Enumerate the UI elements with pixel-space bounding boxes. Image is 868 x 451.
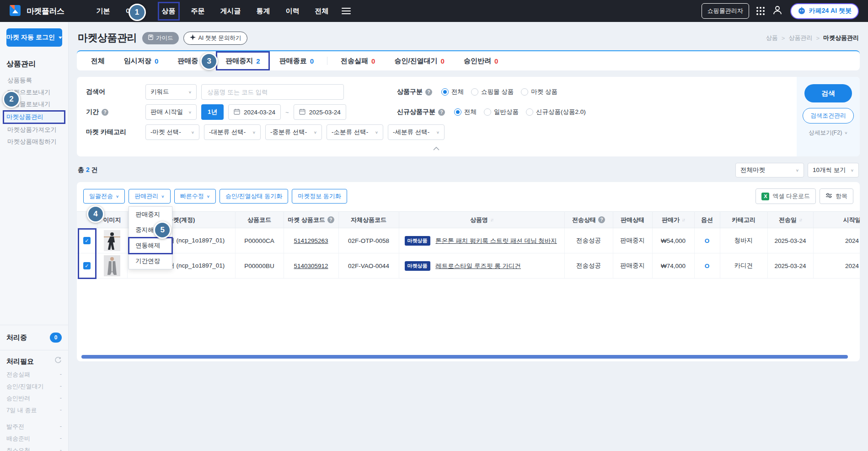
nav-item-history[interactable]: 이력 [281,1,304,21]
tab-approve-wait[interactable]: 승인/진열대기0 [385,51,454,70]
todo-item-cancel-request[interactable]: 취소요청- [6,445,62,451]
sidebar-item-product-register[interactable]: 상품등록 [6,75,62,86]
product-image[interactable] [104,255,120,276]
row-checkbox-checked[interactable]: ✓ [83,237,91,244]
new-product-all-radio[interactable]: 전체 [454,108,477,116]
excel-download-button[interactable]: X 엑셀 다운로드 [755,188,816,204]
product-type-market-radio[interactable]: 마켓 상품 [521,88,557,96]
nav-item-board[interactable]: 게시글 [216,1,246,21]
sidebar-item-market-product-manage[interactable]: 마켓상품관리 [4,111,64,123]
col-product-name[interactable]: 상품명↓↑ [399,212,564,228]
tab-all[interactable]: 전체 [81,51,114,70]
category-large-select[interactable]: -대분류 선택-∨ [204,124,261,140]
market-code-link[interactable]: 5140305912 [294,263,328,269]
col-category[interactable]: 카테고리 [720,212,767,228]
detail-view-link[interactable]: 상세보기(F2) ∨ [809,129,847,137]
option-link[interactable]: O [705,237,710,244]
todo-item-send-fail[interactable]: 전송실패- [6,369,62,381]
sidebar-item-market-product-import[interactable]: 마켓상품가져오기 [6,124,62,136]
row-checkbox-checked[interactable]: ✓ [83,262,91,269]
cafe24-ai-chatbot-button[interactable]: 카페24 AI 챗봇 [790,3,859,19]
nav-item-event[interactable]: 이벤트 1 [121,1,151,21]
filter-collapse-button[interactable] [433,145,439,152]
dropdown-item-unlink[interactable]: 연동해제 [129,238,172,253]
sort-icon[interactable]: ↓↑ [682,217,685,222]
new-product-v2-radio[interactable]: 신규상품(상품2.0) [526,108,586,116]
sort-icon[interactable]: ↓↑ [799,217,802,222]
nav-item-all[interactable]: 전체 [311,1,333,21]
col-market-product-code[interactable]: 마켓 상품코드? [284,212,338,228]
todo-item-approve-reject[interactable]: 승인반려- [6,392,62,404]
tab-on-sale[interactable]: 판매중 3 [168,51,208,70]
mall-admin-button[interactable]: 쇼핑몰관리자 [702,3,749,19]
sort-icon[interactable]: ↓↑ [490,217,493,222]
category-market-select[interactable]: -마켓 선택-∨ [145,124,199,140]
period-type-select[interactable]: 판매 시작일∨ [145,104,197,120]
breadcrumb-product[interactable]: 상품 [766,34,778,42]
todo-item-before-order[interactable]: 발주전- [6,421,62,433]
horizontal-scrollbar[interactable] [81,355,848,359]
date-from-input[interactable]: 2024-03-24 [228,104,281,120]
help-icon[interactable]: ? [425,89,432,96]
todo-item-approve-wait[interactable]: 승인/진열대기- [6,381,62,392]
help-icon[interactable]: ? [438,109,445,116]
keyword-type-select[interactable]: 키워드∨ [145,84,197,100]
guide-button[interactable]: 가이드 [142,32,179,44]
product-type-mall-radio[interactable]: 쇼핑몰 상품 [471,88,514,96]
col-product-code[interactable]: 상품코드 [235,212,284,228]
tab-approve-reject[interactable]: 승인반려0 [454,51,508,70]
keyword-input[interactable] [201,84,344,100]
col-sale-status[interactable]: 판매상태 [613,212,652,228]
dropdown-item-sale-stop[interactable]: 판매중지 [129,207,172,222]
approval-sync-button[interactable]: 승인/진열상태 동기화 [220,189,288,204]
brand[interactable]: 마켓플러스 [9,4,64,18]
product-type-all-radio[interactable]: 전체 [441,88,464,96]
columns-button[interactable]: 항목 [820,188,853,204]
new-product-normal-radio[interactable]: 일반상품 [484,108,519,116]
col-start-date[interactable]: 시작일 [813,212,860,228]
market-info-sync-button[interactable]: 마켓정보 동기화 [292,189,347,204]
nav-item-product[interactable]: 상품 [157,1,180,21]
tab-sale-stopped[interactable]: 판매중지2 [216,51,269,70]
help-icon[interactable]: ? [327,216,334,223]
market-code-link[interactable]: 5141295263 [294,237,328,244]
col-send-date[interactable]: 전송일↓↑ [767,212,813,228]
nav-item-basic[interactable]: 기본 [92,1,115,21]
category-middle-select[interactable]: -중분류 선택-∨ [265,124,322,140]
nav-item-stats[interactable]: 통계 [252,1,275,21]
tab-send-fail[interactable]: 전송실패0 [331,51,385,70]
processing-row[interactable]: 처리중 0 [6,325,62,350]
sale-manage-button[interactable]: 판매관리∨ [129,189,170,204]
sidebar-item-market-product-match[interactable]: 마켓상품매칭하기 [6,136,62,148]
product-image[interactable] [104,230,120,251]
col-send-status[interactable]: 전송상태? [564,212,613,228]
search-condition-manage-button[interactable]: 검색조건관리 [803,108,854,123]
period-1year-button[interactable]: 1년 [201,104,224,120]
hamburger-menu-icon[interactable] [342,8,351,14]
nav-item-order[interactable]: 주문 [187,1,209,21]
ai-chatbot-inquiry-button[interactable]: AI 챗봇 문의하기 [183,32,248,45]
tab-draft[interactable]: 임시저장0 [114,51,168,70]
refresh-icon[interactable] [54,357,62,366]
market-filter-select[interactable]: 전체마켓∨ [735,163,804,177]
quick-edit-button[interactable]: 빠른수정∨ [174,189,216,204]
help-icon[interactable]: ? [598,216,605,223]
col-own-code[interactable]: 자체상품코드 [338,212,399,228]
bulk-send-button[interactable]: 일괄전송∨ [83,189,125,204]
market-auto-login-button[interactable]: 마켓 자동 로그인 [6,28,62,47]
col-option[interactable]: 옵션 [694,212,720,228]
product-name-link[interactable]: 톤온톤 패치 펑키룩 스트릿 패션 데님 청바지 [435,237,557,244]
help-icon[interactable]: ? [102,109,108,116]
category-small-select[interactable]: -소분류 선택-∨ [327,124,383,140]
category-detail-select[interactable]: -세분류 선택-∨ [388,124,445,140]
col-price[interactable]: 판매가↓↑ [652,212,694,228]
product-name-link[interactable]: 레트로스타일 루즈핏 롱 가디건 [435,263,521,269]
option-link[interactable]: O [705,263,710,269]
dropdown-item-period-extend[interactable]: 기간연장 [129,253,172,269]
user-icon[interactable] [772,5,783,17]
app-grid-icon[interactable] [756,7,765,15]
page-size-select[interactable]: 10개씩 보기∨ [808,163,859,177]
date-to-input[interactable]: 2025-03-24 [294,104,346,120]
breadcrumb-product-manage[interactable]: 상품관리 [788,34,812,42]
todo-item-expire-7days[interactable]: 7일 내 종료- [6,404,62,416]
